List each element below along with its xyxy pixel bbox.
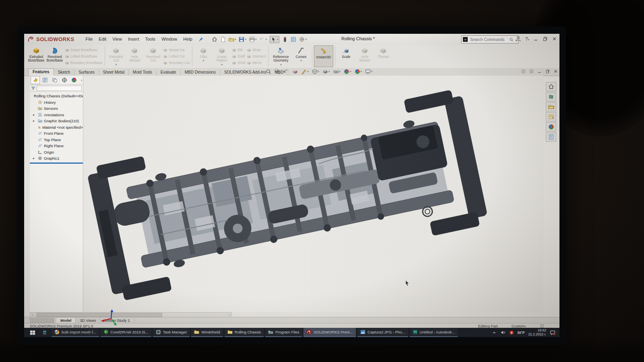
scroll-right-icon[interactable]: › [227, 313, 231, 317]
tree-item-graphic1[interactable]: ▸ Graphic1 [30, 155, 83, 162]
dynamic-annotation-icon[interactable] [301, 69, 309, 74]
lofted-cut-button[interactable]: Lofted Cut [163, 53, 190, 59]
taskbar-app-autodesk[interactable]: Untitled - Autodesk... [410, 328, 458, 337]
language-indicator[interactable]: БГР [518, 331, 525, 335]
curves-button[interactable]: Instant3D Curves [292, 45, 310, 67]
expand-arrow-icon[interactable]: ▸ [33, 113, 36, 117]
search-input[interactable] [469, 37, 508, 42]
tab-3d-views[interactable]: 3D Views [76, 318, 100, 323]
display-style-icon[interactable] [322, 69, 330, 74]
taskbar-app-rolling-chassis-folder[interactable]: Rolling Chassis [225, 328, 264, 337]
new-window-icon[interactable] [521, 69, 526, 74]
menu-file[interactable]: File [86, 37, 93, 42]
close-icon[interactable] [552, 36, 557, 41]
scroll-left-icon[interactable]: ‹ [30, 313, 35, 317]
save-button[interactable] [239, 37, 246, 42]
revolved-cut-button[interactable]: Revolved Cut [144, 45, 162, 67]
menu-insert[interactable]: Insert [128, 37, 139, 42]
tree-item-graphic-bodies[interactable]: ▸ Graphic Bodies(210) [30, 118, 83, 124]
volume-icon[interactable] [500, 330, 506, 335]
taskbar-clock[interactable]: 19:42 21.2.2022 г. [528, 329, 546, 336]
home-button[interactable] [212, 37, 217, 42]
search-commands-box[interactable]: » [461, 35, 518, 43]
menu-help[interactable]: Help [183, 37, 192, 42]
tab-mbd-dimensions[interactable]: MBD Dimensions [181, 69, 220, 76]
view-palette-icon[interactable] [546, 112, 556, 121]
view-orientation-icon[interactable] [312, 69, 320, 74]
rib-button[interactable]: Rib [232, 47, 245, 53]
configuration-manager-tab[interactable] [50, 76, 59, 84]
doc-close-icon[interactable] [553, 69, 558, 74]
menu-view[interactable]: View [112, 37, 122, 42]
login-user-icon[interactable] [515, 36, 521, 42]
boundary-boss-base-button[interactable]: Boundary Boss/Base [65, 60, 102, 66]
zoom-to-fit-icon[interactable] [266, 69, 271, 74]
expand-arrow-icon[interactable]: ▸ [33, 156, 36, 160]
tab-evaluate[interactable]: Evaluate [157, 69, 181, 76]
menu-edit[interactable]: Edit [99, 37, 106, 42]
taskbar-app-chrome[interactable]: bulk import mesh f... [52, 328, 99, 337]
rebuild-stoplight-button[interactable] [282, 37, 288, 42]
tab-sketch[interactable]: Sketch [54, 69, 75, 76]
hidden-icons-chevron-icon[interactable] [492, 330, 497, 335]
action-center-icon[interactable] [550, 330, 555, 335]
reference-geometry-button[interactable]: Reference Geometry [270, 45, 292, 67]
tree-item-annotations[interactable]: ▸ Annotations [30, 112, 83, 118]
open-button[interactable] [229, 37, 236, 42]
doc-minimize-icon[interactable] [537, 69, 542, 74]
doc-restore-icon[interactable] [545, 69, 550, 74]
start-button[interactable] [27, 328, 38, 337]
pinned-app-icon[interactable] [39, 328, 50, 337]
design-library-icon[interactable] [546, 92, 556, 101]
help-button[interactable]: ? [525, 36, 529, 42]
filter-funnel-icon[interactable] [31, 86, 35, 90]
dropdown-icon[interactable] [300, 59, 302, 62]
tree-item-top-plane[interactable]: Top Plane [30, 137, 83, 143]
dropdown-icon[interactable] [203, 59, 204, 62]
minimize-icon[interactable] [533, 36, 539, 41]
taskbar-app-windshield-folder[interactable]: Windshield [191, 328, 223, 337]
appearances-scenes-icon[interactable] [546, 122, 556, 132]
status-units-select[interactable]: Custom [512, 324, 526, 328]
menu-tools[interactable]: Tools [145, 37, 155, 42]
edit-appearance-icon[interactable] [344, 69, 351, 74]
boundary-cut-button[interactable]: Boundary Cut [163, 60, 190, 66]
shell-button[interactable]: Shell [232, 60, 245, 66]
tree-filter-input[interactable] [37, 86, 82, 91]
graphics-viewport[interactable] [83, 76, 543, 312]
intersect-button[interactable]: Intersect [247, 53, 266, 59]
hide-show-items-icon[interactable] [333, 69, 341, 74]
tree-item-right-plane[interactable]: Right Plane [30, 143, 83, 149]
dropdown-icon[interactable] [221, 63, 223, 66]
tab-mold-tools[interactable]: Mold Tools [129, 69, 157, 76]
view-settings-icon[interactable] [365, 69, 373, 74]
previous-view-icon[interactable] [283, 69, 289, 74]
swept-boss-base-button[interactable]: Swept Boss/Base [65, 47, 102, 53]
menu-window[interactable]: Window [161, 37, 177, 42]
tab-surfaces[interactable]: Surfaces [74, 69, 99, 76]
new-document-button[interactable] [220, 37, 226, 42]
file-properties-button[interactable] [291, 37, 296, 42]
select-tool-button[interactable] [270, 36, 280, 43]
expand-arrow-icon[interactable]: ▸ [33, 119, 36, 123]
taskbar-app-photos[interactable]: Captura2.JPG - Pho... [357, 328, 408, 337]
antivirus-tray-icon[interactable] [509, 330, 514, 335]
taskbar-app-task-manager[interactable]: Task Manager [153, 328, 190, 337]
feature-tree-tab[interactable] [31, 76, 40, 84]
pin-menu-icon[interactable] [198, 37, 204, 42]
quick-tips-icon[interactable] [540, 324, 544, 328]
search-icon[interactable] [509, 37, 514, 42]
options-button[interactable] [299, 37, 307, 42]
draft-button[interactable]: Draft [232, 53, 245, 59]
solidworks-resources-icon[interactable] [546, 82, 556, 91]
tree-item-material[interactable]: Material <not specified> [30, 124, 83, 131]
tree-root-rolling-chassis[interactable]: Rolling Chassis (Default<<Default>_D [30, 93, 83, 99]
fillet-button[interactable]: Fillet [194, 45, 213, 67]
dropdown-icon[interactable] [116, 63, 117, 66]
taskbar-app-program-files[interactable]: Program Files [265, 328, 302, 337]
section-view-icon[interactable] [292, 69, 298, 74]
rollback-bar[interactable] [30, 162, 83, 164]
linear-pattern-button[interactable]: Linear Pattern [213, 45, 231, 67]
custom-properties-icon[interactable] [546, 132, 556, 142]
tree-item-origin[interactable]: Origin [30, 149, 83, 156]
